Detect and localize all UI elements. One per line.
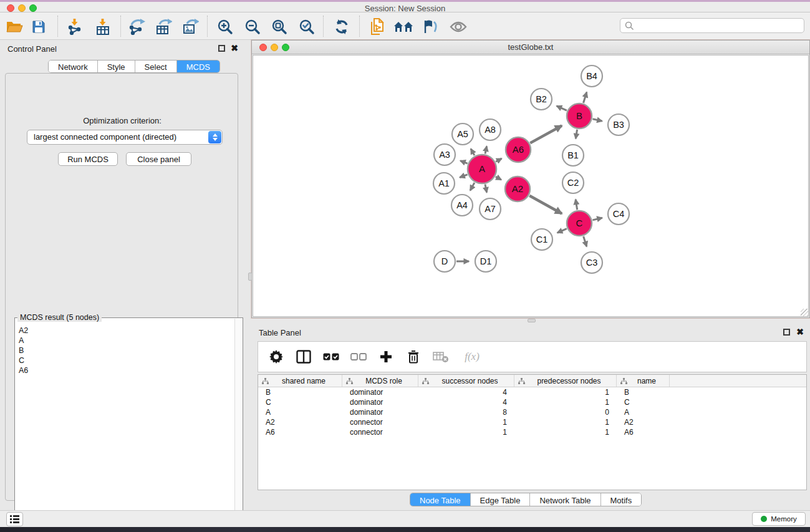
tab-motifs[interactable]: Motifs bbox=[601, 493, 642, 506]
toolbar-search-input[interactable] bbox=[620, 18, 804, 33]
edge-A-A3[interactable] bbox=[460, 161, 467, 163]
table-row[interactable]: A2connector11A2 bbox=[258, 417, 806, 427]
node-B4[interactable]: B4 bbox=[581, 65, 602, 87]
node-B3[interactable]: B3 bbox=[608, 114, 629, 135]
tab-network-table[interactable]: Network Table bbox=[530, 493, 600, 506]
add-column-button[interactable] bbox=[377, 347, 395, 366]
node-A4[interactable]: A4 bbox=[451, 195, 473, 216]
delete-column-button[interactable] bbox=[404, 347, 423, 366]
result-item[interactable]: A6 bbox=[19, 365, 234, 375]
edge-B-B2[interactable] bbox=[557, 106, 567, 110]
node-A7[interactable]: A7 bbox=[480, 198, 501, 220]
node-D1[interactable]: D1 bbox=[475, 251, 496, 272]
split-divider-handle[interactable] bbox=[528, 319, 536, 322]
table-row[interactable]: Cdominator41C bbox=[258, 397, 806, 407]
save-session-button[interactable] bbox=[28, 16, 49, 37]
select-all-button[interactable] bbox=[322, 347, 340, 366]
mcds-result-list[interactable]: A2ABCA6 bbox=[15, 321, 234, 530]
table-options-button[interactable] bbox=[267, 347, 286, 366]
edge-C-C4[interactable] bbox=[592, 218, 602, 220]
export-image-button[interactable] bbox=[180, 16, 201, 37]
column-header-name[interactable]: name bbox=[617, 375, 670, 387]
zoom-out-button[interactable] bbox=[242, 16, 263, 37]
resize-grip[interactable] bbox=[801, 309, 809, 317]
deselect-all-button[interactable] bbox=[349, 347, 368, 366]
network-window-titlebar[interactable]: testGlobe.txt bbox=[252, 41, 809, 54]
edge-A-A5[interactable] bbox=[471, 149, 475, 156]
run-mcds-button[interactable]: Run MCDS bbox=[58, 152, 118, 166]
node-C4[interactable]: C4 bbox=[608, 203, 629, 225]
result-item[interactable]: C bbox=[19, 355, 234, 365]
criterion-select[interactable]: largest connected component (directed) bbox=[27, 130, 223, 145]
tab-mcds[interactable]: MCDS bbox=[177, 60, 219, 73]
zoom-in-button[interactable] bbox=[215, 16, 236, 37]
node-B[interactable]: B bbox=[567, 104, 592, 128]
open-file-button[interactable] bbox=[4, 16, 25, 37]
edge-B-B4[interactable] bbox=[584, 92, 587, 103]
table-row[interactable]: Bdominator41B bbox=[258, 387, 806, 397]
edge-A-A6[interactable] bbox=[496, 158, 501, 162]
result-item[interactable]: A bbox=[19, 336, 234, 346]
node-B2[interactable]: B2 bbox=[531, 89, 552, 110]
function-builder-button[interactable]: f(x) bbox=[459, 347, 485, 366]
tab-network[interactable]: Network bbox=[49, 60, 98, 73]
table-row[interactable]: Adominator80A bbox=[258, 407, 806, 417]
edge-B-B1[interactable] bbox=[576, 130, 577, 139]
edge-A-A4[interactable] bbox=[470, 183, 475, 190]
edge-A-A2[interactable] bbox=[496, 177, 501, 180]
edge-A-A8[interactable] bbox=[485, 146, 486, 153]
column-header-MCDS-role[interactable]: MCDS role bbox=[342, 375, 418, 387]
tab-select[interactable]: Select bbox=[135, 60, 177, 73]
split-divider-handle[interactable] bbox=[248, 273, 252, 281]
task-history-button[interactable] bbox=[6, 512, 23, 526]
node-C[interactable]: C bbox=[567, 211, 592, 236]
edge-B-B3[interactable] bbox=[592, 119, 602, 121]
node-C3[interactable]: C3 bbox=[581, 252, 602, 273]
column-header-shared-name[interactable]: shared name bbox=[258, 375, 342, 387]
show-hide-view-button[interactable] bbox=[448, 16, 469, 37]
close-panel-button[interactable]: Close panel bbox=[126, 152, 191, 166]
column-panel-button[interactable] bbox=[294, 347, 313, 366]
result-item[interactable]: B bbox=[19, 346, 234, 355]
home-layouts-button[interactable] bbox=[393, 16, 414, 37]
edge-A-A1[interactable] bbox=[460, 175, 467, 178]
zoom-fit-button[interactable] bbox=[269, 16, 290, 37]
node-A8[interactable]: A8 bbox=[480, 119, 501, 140]
float-table-panel-icon[interactable] bbox=[783, 329, 790, 336]
node-B1[interactable]: B1 bbox=[562, 145, 584, 166]
edge-C-C1[interactable] bbox=[557, 229, 567, 233]
tab-edge-table[interactable]: Edge Table bbox=[471, 493, 531, 506]
new-network-from-file-button[interactable] bbox=[367, 16, 388, 37]
edge-A-A7[interactable] bbox=[485, 184, 487, 192]
network-canvas[interactable]: B4B2BB3A8A5A6A3B1AA1C2A2A4A7C4CC1C3DD1 bbox=[253, 55, 809, 317]
export-network-button[interactable] bbox=[126, 16, 147, 37]
node-table[interactable]: shared nameMCDS rolesuccessor nodesprede… bbox=[258, 374, 807, 490]
node-D[interactable]: D bbox=[434, 251, 455, 272]
node-A5[interactable]: A5 bbox=[452, 123, 473, 145]
close-table-panel-icon[interactable]: ✖ bbox=[796, 329, 804, 336]
node-A6[interactable]: A6 bbox=[506, 137, 531, 162]
node-A2[interactable]: A2 bbox=[505, 177, 530, 201]
memory-button[interactable]: Memory bbox=[752, 512, 806, 526]
edge-A2-C[interactable] bbox=[529, 196, 562, 214]
table-row[interactable]: A6connector11A6 bbox=[258, 427, 806, 437]
result-scrollbar[interactable] bbox=[234, 319, 243, 530]
import-network-button[interactable] bbox=[64, 16, 85, 37]
tab-node-table[interactable]: Node Table bbox=[410, 493, 471, 506]
node-A[interactable]: A bbox=[468, 155, 496, 183]
node-C2[interactable]: C2 bbox=[562, 172, 584, 193]
import-table-button[interactable] bbox=[92, 16, 113, 37]
edge-C-C2[interactable] bbox=[576, 200, 577, 210]
toggle-graphics-details-button[interactable] bbox=[420, 16, 441, 37]
node-A3[interactable]: A3 bbox=[434, 144, 455, 165]
delete-table-button[interactable] bbox=[432, 347, 450, 366]
edge-A6-B[interactable] bbox=[530, 125, 562, 143]
zoom-selected-button[interactable] bbox=[296, 16, 317, 37]
close-panel-icon[interactable]: ✖ bbox=[231, 45, 238, 52]
column-header-predecessor-nodes[interactable]: predecessor nodes bbox=[514, 375, 617, 387]
float-panel-icon[interactable] bbox=[218, 45, 225, 52]
edge-C-C3[interactable] bbox=[584, 236, 587, 246]
node-C1[interactable]: C1 bbox=[531, 229, 552, 250]
node-A1[interactable]: A1 bbox=[433, 173, 455, 194]
tab-style[interactable]: Style bbox=[98, 60, 135, 73]
